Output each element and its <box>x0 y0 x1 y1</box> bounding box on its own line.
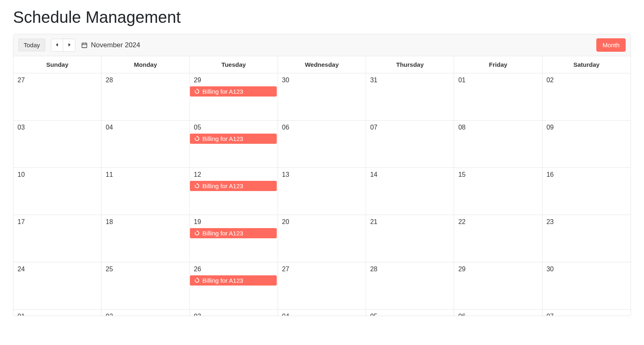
day-cell[interactable]: 12Billing for A123 <box>190 168 278 215</box>
day-number: 06 <box>278 122 293 133</box>
day-number: 18 <box>101 217 117 227</box>
event-label: Billing for A123 <box>203 135 243 142</box>
week-row: 242526Billing for A12327282930 <box>13 262 631 310</box>
day-cell[interactable]: 03 <box>190 310 278 316</box>
day-cell[interactable]: 19Billing for A123 <box>190 215 278 262</box>
day-cell[interactable]: 02 <box>543 73 631 120</box>
event-label: Billing for A123 <box>203 182 243 189</box>
day-cell[interactable]: 06 <box>454 310 542 316</box>
day-header-row: SundayMondayTuesdayWednesdayThursdayFrid… <box>13 56 631 73</box>
day-number: 01 <box>454 75 470 86</box>
day-number: 19 <box>190 217 205 227</box>
day-cell[interactable]: 01 <box>13 310 101 316</box>
prev-button[interactable] <box>51 39 63 52</box>
day-number: 02 <box>101 311 117 316</box>
day-number: 20 <box>278 217 293 227</box>
day-cell[interactable]: 04 <box>101 121 190 167</box>
recurring-icon <box>194 136 200 142</box>
day-number: 27 <box>278 264 293 275</box>
day-cell[interactable]: 30 <box>543 262 631 309</box>
calendar-toolbar: Today <box>13 34 631 56</box>
svg-marker-1 <box>68 43 71 46</box>
day-number: 01 <box>13 311 29 316</box>
day-cell[interactable]: 23 <box>543 215 631 262</box>
day-cell[interactable]: 14 <box>366 168 454 215</box>
calendar-event[interactable]: Billing for A123 <box>190 228 277 238</box>
svg-rect-2 <box>82 43 87 48</box>
day-cell[interactable]: 09 <box>543 121 631 167</box>
view-month-button[interactable]: Month <box>596 38 626 52</box>
day-cell[interactable]: 02 <box>101 310 190 316</box>
day-number: 30 <box>278 75 293 86</box>
day-number: 21 <box>366 217 382 227</box>
day-cell[interactable]: 06 <box>278 121 366 167</box>
calendar-event[interactable]: Billing for A123 <box>190 86 277 97</box>
day-number: 26 <box>190 264 205 275</box>
triangle-left-icon <box>55 43 59 48</box>
nav-group <box>51 39 75 52</box>
day-cell[interactable]: 29 <box>454 262 542 309</box>
day-cell[interactable]: 25 <box>101 262 190 309</box>
day-header-cell: Tuesday <box>190 56 278 73</box>
day-cell[interactable]: 27 <box>278 262 366 309</box>
calendar: Today <box>13 34 631 316</box>
event-label: Billing for A123 <box>203 88 243 95</box>
day-number: 02 <box>543 75 558 86</box>
day-cell[interactable]: 20 <box>278 215 366 262</box>
week-row: 030405Billing for A12306070809 <box>13 121 631 168</box>
day-cell[interactable]: 15 <box>454 168 542 215</box>
day-cell[interactable]: 11 <box>101 168 190 215</box>
toolbar-left: Today <box>18 39 140 52</box>
day-cell[interactable]: 28 <box>101 73 190 120</box>
day-cell[interactable]: 10 <box>13 168 101 215</box>
recurring-icon <box>194 88 200 94</box>
event-label: Billing for A123 <box>203 277 243 284</box>
day-cell[interactable]: 29Billing for A123 <box>190 73 278 120</box>
calendar-scroll-area[interactable]: 272829Billing for A12330310102030405Bill… <box>13 73 631 316</box>
day-cell[interactable]: 03 <box>13 121 101 167</box>
today-button[interactable]: Today <box>18 39 45 51</box>
day-cell[interactable]: 22 <box>454 215 542 262</box>
week-row: 171819Billing for A12320212223 <box>13 215 631 262</box>
day-cell[interactable]: 07 <box>543 310 631 316</box>
day-cell[interactable]: 13 <box>278 168 366 215</box>
day-number: 29 <box>454 264 470 275</box>
triangle-right-icon <box>68 43 71 48</box>
day-number: 14 <box>366 169 382 180</box>
day-cell[interactable]: 30 <box>278 73 366 120</box>
day-number: 28 <box>366 264 382 275</box>
day-header-cell: Saturday <box>543 56 631 73</box>
day-cell[interactable]: 27 <box>13 73 101 120</box>
calendar-event[interactable]: Billing for A123 <box>190 134 277 144</box>
day-cell[interactable]: 17 <box>13 215 101 262</box>
recurring-icon <box>194 230 200 236</box>
calendar-event[interactable]: Billing for A123 <box>190 181 277 191</box>
day-cell[interactable]: 05 <box>366 310 454 316</box>
day-cell[interactable]: 04 <box>278 310 366 316</box>
day-cell[interactable]: 01 <box>454 73 542 120</box>
day-number: 06 <box>454 311 470 316</box>
calendar-main: SundayMondayTuesdayWednesdayThursdayFrid… <box>13 56 631 316</box>
day-number: 10 <box>13 169 29 180</box>
day-cell[interactable]: 26Billing for A123 <box>190 262 278 309</box>
day-number: 07 <box>543 311 558 316</box>
next-button[interactable] <box>63 39 75 52</box>
week-row: 01020304050607 <box>13 310 631 316</box>
day-cell[interactable]: 31 <box>366 73 454 120</box>
day-cell[interactable]: 08 <box>454 121 542 167</box>
day-cell[interactable]: 18 <box>101 215 190 262</box>
day-header-cell: Wednesday <box>278 56 366 73</box>
day-cell[interactable]: 07 <box>366 121 454 167</box>
day-cell[interactable]: 05Billing for A123 <box>190 121 278 167</box>
day-number: 11 <box>101 169 117 180</box>
current-period-label: November 2024 <box>91 41 140 49</box>
day-number: 04 <box>101 122 117 133</box>
calendar-body: SundayMondayTuesdayWednesdayThursdayFrid… <box>13 56 631 316</box>
day-cell[interactable]: 16 <box>543 168 631 215</box>
calendar-event[interactable]: Billing for A123 <box>190 275 277 286</box>
page-title: Schedule Management <box>13 8 631 26</box>
day-number: 28 <box>101 75 117 86</box>
day-cell[interactable]: 21 <box>366 215 454 262</box>
day-cell[interactable]: 28 <box>366 262 454 309</box>
day-cell[interactable]: 24 <box>13 262 101 309</box>
